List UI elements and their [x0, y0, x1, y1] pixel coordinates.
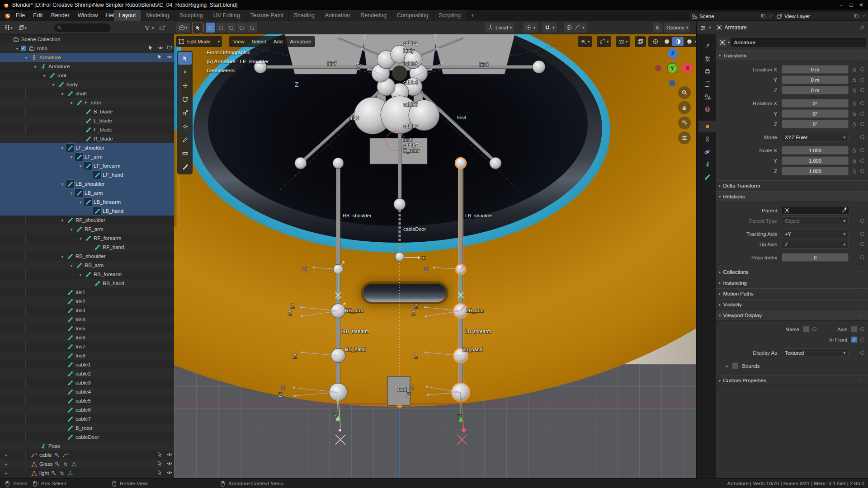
- number-field-pass-index[interactable]: 0: [782, 253, 849, 262]
- object-type-visibility-dropdown[interactable]: ▾: [578, 36, 592, 47]
- panel-header-instancing[interactable]: ▸Instancing::::: [716, 277, 868, 288]
- menu-armature[interactable]: Armature: [287, 36, 314, 47]
- collapse-icon[interactable]: ▾: [14, 45, 21, 52]
- animate-dot[interactable]: [860, 148, 864, 152]
- workspace-tab-scripting[interactable]: Scripting: [434, 10, 466, 21]
- selectability-toggle[interactable]: [147, 45, 154, 51]
- hide-toggle[interactable]: [166, 469, 173, 476]
- animate-dot[interactable]: [860, 255, 864, 259]
- bone-joint[interactable]: [533, 61, 545, 73]
- lock-icon[interactable]: [851, 77, 857, 83]
- collapse-icon[interactable]: ▾: [59, 180, 66, 188]
- trender-icon[interactable]: [704, 55, 711, 62]
- outliner-row-lf_forearm[interactable]: ▾LF_forearm: [0, 161, 175, 170]
- blender-menu-icon[interactable]: [4, 12, 11, 19]
- selectability-toggle[interactable]: [156, 54, 163, 60]
- runner-icon[interactable]: [704, 161, 711, 168]
- panel-header-relations[interactable]: ▾Relations::::: [716, 191, 868, 202]
- toutput-icon[interactable]: [704, 68, 711, 75]
- cursorT-icon[interactable]: [156, 451, 163, 458]
- bone-joint[interactable]: [490, 157, 501, 169]
- treeicon-icon[interactable]: [4, 24, 10, 31]
- editor-type-button[interactable]: ▾: [176, 23, 190, 33]
- animate-dot[interactable]: [860, 327, 864, 331]
- collapse-icon[interactable]: ▾: [77, 235, 84, 242]
- tphysics-icon[interactable]: [704, 148, 711, 155]
- pan-button[interactable]: [678, 101, 691, 114]
- collapse-icon[interactable]: ▾: [68, 262, 75, 269]
- lock-icon[interactable]: [850, 77, 858, 83]
- lock-icon[interactable]: [850, 158, 858, 164]
- hide-toggle[interactable]: [166, 460, 173, 467]
- outliner-row-cable7[interactable]: cable7: [0, 414, 175, 423]
- number-field-rotation-x[interactable]: 0°: [782, 99, 849, 108]
- outliner-row-lf_arm[interactable]: ▾LF_arm: [0, 152, 175, 161]
- copyI-icon[interactable]: [760, 13, 766, 19]
- outliner-row-lf_shoulder[interactable]: ▾LF_shoulder: [0, 143, 175, 152]
- select-mode-0[interactable]: [206, 23, 215, 33]
- properties-tab-view-layer[interactable]: [698, 78, 716, 90]
- outliner-row-root[interactable]: ▾root: [0, 71, 175, 80]
- eye-icon[interactable]: [157, 45, 164, 51]
- bone-joint[interactable]: [395, 252, 404, 261]
- outliner-row-cable1[interactable]: cable1: [0, 360, 175, 369]
- menu-edit[interactable]: Edit: [29, 10, 47, 21]
- number-field-z[interactable]: 0 m: [782, 86, 849, 94]
- camera-icon[interactable]: [681, 119, 688, 127]
- collapse-icon[interactable]: ▾: [59, 253, 66, 260]
- animate-dot[interactable]: [860, 88, 864, 92]
- outliner-search-input[interactable]: [54, 23, 111, 32]
- tscene-icon[interactable]: [704, 93, 711, 100]
- pen-icon[interactable]: [182, 136, 189, 143]
- number-field-location-x[interactable]: 0 m: [782, 65, 849, 74]
- tool-transform[interactable]: [178, 120, 192, 132]
- animate-dot[interactable]: [860, 67, 864, 71]
- collapse-icon[interactable]: ▾: [77, 271, 84, 278]
- panel-header-collections[interactable]: ▸Collections::::: [716, 267, 868, 277]
- outliner-row-rf_arm[interactable]: ▾RF_arm: [0, 225, 175, 234]
- collapse-icon[interactable]: ▾: [59, 216, 66, 224]
- properties-tab-physics[interactable]: [698, 146, 716, 158]
- outliner-row-pose[interactable]: Pose: [0, 441, 175, 450]
- proportional-editing-toggle[interactable]: ▾: [564, 23, 587, 33]
- filter-icon[interactable]: [144, 24, 151, 31]
- tool-cursor[interactable]: [178, 66, 192, 78]
- outliner-row-armature[interactable]: ▾Armature: [0, 53, 175, 62]
- animate-dot[interactable]: [860, 78, 864, 82]
- selectability-toggle[interactable]: [156, 451, 163, 458]
- cursor-icon[interactable]: [182, 55, 189, 62]
- outliner-row-rb_arm[interactable]: ▾RB_arm: [0, 261, 175, 270]
- armature-svg[interactable]: cable2bodycable3cable4cable5cable6Iris5c…: [174, 34, 696, 478]
- dropdown-up-axis[interactable]: Z▾: [782, 240, 849, 249]
- menu-view[interactable]: View: [230, 36, 248, 47]
- imgstack-icon[interactable]: [18, 24, 25, 31]
- pivot-point-dropdown[interactable]: ▾: [523, 23, 538, 33]
- transform-orientation-dropdown[interactable]: Local▾: [485, 23, 514, 33]
- number-field-scale-x[interactable]: 1.000: [782, 146, 849, 155]
- panel-header-transform[interactable]: ▾Transform::::: [716, 50, 868, 61]
- animate-dot[interactable]: [860, 232, 864, 236]
- eye-icon[interactable]: [166, 451, 173, 458]
- collapse-icon[interactable]: ▾: [68, 225, 75, 233]
- snapping-toggle[interactable]: ▾: [542, 23, 557, 33]
- collection-checkbox[interactable]: ✓: [21, 46, 26, 51]
- number-field-z[interactable]: 1.000: [782, 167, 849, 175]
- properties-tab-world[interactable]: [698, 103, 716, 115]
- object-id-icon[interactable]: [718, 38, 727, 47]
- outliner-row-rf_shoulder[interactable]: ▾RF_shoulder: [0, 216, 175, 225]
- lock-icon[interactable]: [851, 158, 857, 164]
- lock-icon[interactable]: [850, 100, 858, 106]
- xsmall-icon[interactable]: [768, 14, 774, 19]
- toggle-ortho-button[interactable]: [678, 131, 691, 144]
- ruler-icon[interactable]: [182, 150, 189, 157]
- cursor-icon[interactable]: [156, 54, 163, 60]
- outliner-row-f_blade[interactable]: F_blade: [0, 125, 175, 134]
- animate-dot[interactable]: [860, 135, 864, 139]
- dropper-icon[interactable]: [841, 207, 847, 213]
- selectability-toggle[interactable]: [156, 469, 163, 476]
- lock-icon[interactable]: [851, 121, 857, 127]
- properties-tab-scene[interactable]: [698, 91, 716, 103]
- outliner-row-cable5[interactable]: cable5: [0, 396, 175, 405]
- outliner-row-cable[interactable]: ▸cable: [0, 450, 175, 460]
- outliner-row-cabledoor[interactable]: cableDoor: [0, 432, 175, 441]
